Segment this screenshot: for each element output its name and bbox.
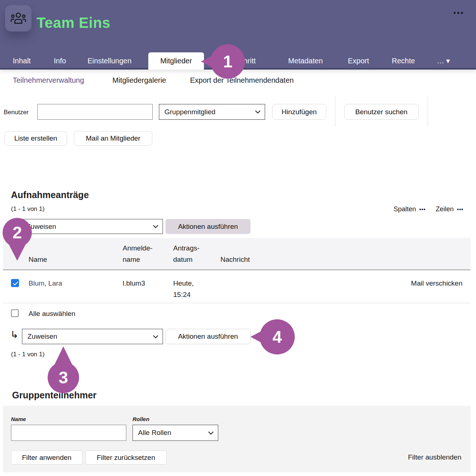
- filter-name-input[interactable]: [11, 425, 126, 441]
- page-title: Team Eins: [37, 15, 111, 31]
- role-select-value: Gruppenmitglied: [164, 108, 215, 116]
- column-header-anmeldename: Anmelde- name: [123, 242, 152, 265]
- chevron-down-icon: [208, 429, 213, 434]
- overflow-menu-icon[interactable]: •••: [453, 9, 464, 17]
- table-header-row: Name Anmelde- name Antrags- datum Nachri…: [3, 238, 471, 270]
- section-title-aufnahmeantraege: Aufnahmeanträge: [11, 190, 89, 200]
- tab-inhalt[interactable]: Inhalt: [13, 52, 31, 70]
- row-date: Heute, 15:24: [173, 278, 194, 300]
- subnav-mitgliedergalerie[interactable]: Mitgliedergalerie: [112, 76, 166, 85]
- subnav-teilnehmerverwaltung[interactable]: Teilnehmerverwaltung: [13, 76, 84, 85]
- tab-metadaten[interactable]: Metadaten: [288, 52, 323, 70]
- filter-anwenden-button[interactable]: Filter anwenden: [11, 450, 82, 465]
- hinzufuegen-button[interactable]: Hinzufügen: [272, 104, 326, 120]
- filter-panel: Name Rollen Alle Rollen Filter anwenden …: [3, 406, 471, 472]
- zeilen-menu[interactable]: Zeilen •••: [436, 205, 464, 213]
- action-select-bottom-value: Zuweisen: [27, 332, 57, 341]
- action-select[interactable]: Zuweisen: [21, 219, 163, 234]
- select-all-label: Alle auswählen: [29, 310, 75, 318]
- chevron-down-icon: [255, 108, 260, 114]
- spalten-menu[interactable]: Spalten •••: [394, 205, 426, 213]
- chevron-down-icon: [153, 333, 158, 338]
- subnav-export-teilnehmendendaten[interactable]: Export der Teilnehmendendaten: [190, 76, 294, 85]
- divider: [335, 97, 335, 127]
- page: Team Eins ••• Inhalt Info Einstellungen …: [0, 0, 476, 476]
- section-title-gruppenteilnehmer: Gruppenteilnehmer: [12, 390, 97, 401]
- group-icon: [5, 5, 31, 31]
- row-name: Blum, Lara: [29, 278, 62, 289]
- divider: [428, 97, 428, 127]
- liste-erstellen-button[interactable]: Liste erstellen: [4, 131, 67, 146]
- row-login: l.blum3: [123, 278, 145, 289]
- column-header-name: Name: [29, 254, 47, 265]
- benutzer-label: Benutzer: [4, 109, 29, 116]
- annotation-marker-4: 4: [260, 319, 295, 354]
- tab-more[interactable]: … ▾: [437, 52, 450, 70]
- annotation-marker-3: 3: [48, 362, 79, 393]
- tab-rechte[interactable]: Rechte: [392, 52, 415, 70]
- tab-mitglieder[interactable]: Mitglieder: [148, 52, 204, 70]
- column-header-nachricht: Nachricht: [220, 254, 250, 265]
- select-all-checkbox[interactable]: [11, 309, 19, 317]
- annotation-marker-1: 1: [211, 44, 245, 79]
- ellipsis-icon: •••: [419, 207, 426, 212]
- chevron-down-icon: [153, 223, 158, 228]
- filter-name-label: Name: [11, 416, 26, 422]
- filter-zuruecksetzen-button[interactable]: Filter zurücksetzen: [85, 450, 167, 465]
- aktionen-ausfuehren-button-bottom[interactable]: Aktionen ausführen: [166, 329, 250, 344]
- mail-an-mitglieder-button[interactable]: Mail an Mitglieder: [74, 131, 152, 146]
- tab-einstellungen[interactable]: Einstellungen: [88, 52, 131, 70]
- result-count-bottom: (1 - 1 von 1): [11, 351, 45, 358]
- row-checkbox[interactable]: [11, 279, 19, 287]
- benutzer-input[interactable]: [37, 104, 153, 120]
- table-row: Blum, Lara l.blum3 Heute, 15:24 Mail ver…: [3, 271, 471, 303]
- filter-rollen-select[interactable]: Alle Rollen: [133, 425, 218, 441]
- annotation-marker-2: 2: [3, 218, 32, 247]
- filter-rollen-value: Alle Rollen: [138, 429, 171, 437]
- aktionen-ausfuehren-button[interactable]: Aktionen ausführen: [166, 219, 250, 234]
- role-select[interactable]: Gruppenmitglied: [159, 104, 265, 120]
- action-select-bottom[interactable]: Zuweisen: [22, 329, 163, 344]
- benutzer-suchen-button[interactable]: Benutzer suchen: [344, 104, 419, 120]
- column-header-antragsdatum: Antrags- datum: [173, 242, 200, 265]
- filter-rollen-label: Rollen: [133, 416, 149, 422]
- spalten-label: Spalten: [394, 205, 416, 213]
- tab-export[interactable]: Export: [348, 52, 369, 70]
- mail-verschicken-link[interactable]: Mail verschicken: [411, 278, 462, 289]
- ellipsis-icon: •••: [457, 207, 464, 212]
- apply-to-selection-arrow-icon: ↳: [10, 329, 19, 341]
- filter-ausblenden-link[interactable]: Filter ausblenden: [408, 453, 461, 461]
- tab-info[interactable]: Info: [54, 52, 66, 70]
- result-count: (1 - 1 von 1): [11, 205, 45, 213]
- zeilen-label: Zeilen: [436, 205, 454, 213]
